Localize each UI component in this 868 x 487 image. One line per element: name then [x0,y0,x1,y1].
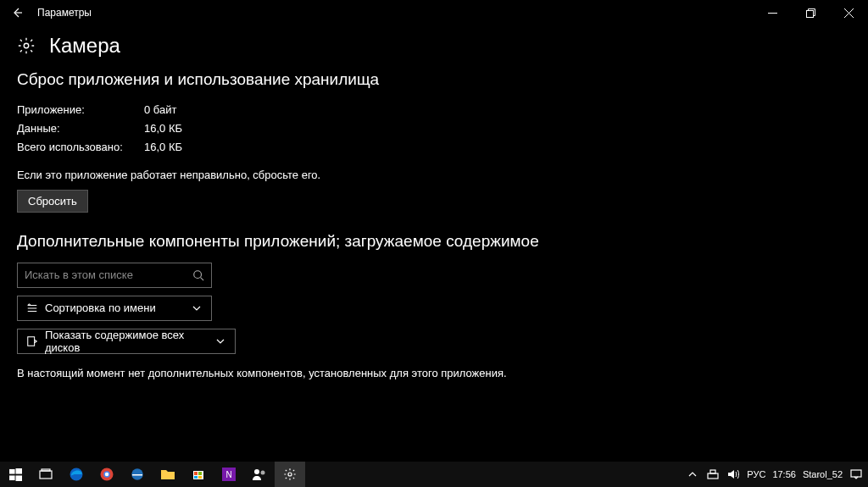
taskbar-store[interactable] [183,462,214,487]
store-icon [192,468,205,481]
svg-point-1 [24,43,29,48]
onenote-icon: N [222,468,236,481]
svg-rect-0 [807,10,814,17]
clock[interactable]: 17:56 [772,469,796,479]
storage-table: Приложение: 0 байт Данные: 16,0 КБ Всего… [17,101,851,157]
tray-chevron[interactable] [686,468,699,481]
addons-empty-text: В настоящий момент нет дополнительных ко… [17,366,851,381]
svg-text:N: N [225,470,231,479]
ethernet-icon [707,469,719,479]
reset-section-heading: Сброс приложения и использование хранили… [17,69,851,91]
sort-icon [25,302,40,314]
minimize-button[interactable] [754,0,792,25]
edge-icon [69,467,84,482]
storage-row-value: 0 байт [144,101,176,119]
windows-icon [9,468,22,481]
svg-rect-19 [198,476,202,479]
taskbar-settings[interactable] [275,462,305,487]
chrome-icon [99,467,114,482]
gear-icon [283,468,297,481]
svg-rect-9 [42,469,50,471]
ie-icon [130,467,145,482]
reset-button[interactable]: Сбросить [17,190,88,213]
svg-rect-27 [851,470,861,477]
sort-dropdown-label: Сортировка по имени [45,302,189,314]
svg-rect-26 [710,470,715,473]
start-button[interactable] [0,462,31,487]
window-title: Параметры [34,7,92,19]
storage-row-label: Всего использовано: [17,138,144,157]
close-button[interactable] [830,0,868,25]
notification-icon [850,469,862,479]
chevron-down-icon [213,336,228,346]
content: Сброс приложения и использование хранили… [0,69,868,381]
svg-point-24 [288,473,292,476]
storage-row-app: Приложение: 0 байт [17,101,851,119]
svg-rect-4 [9,468,15,473]
drive-dropdown-label: Показать содержимое всех дисков [45,329,213,354]
svg-point-23 [261,471,265,475]
svg-rect-18 [194,476,198,479]
arrow-left-icon [10,6,24,19]
input-language[interactable]: РУС [747,469,765,479]
gear-icon [17,36,36,55]
svg-rect-17 [198,472,202,475]
storage-row-label: Приложение: [17,101,144,119]
people-icon [252,468,267,481]
addons-section-heading: Дополнительные компоненты приложений; за… [17,231,851,252]
taskbar-right: РУС 17:56 Starol_52 [686,462,868,487]
storage-row-data: Данные: 16,0 КБ [17,119,851,138]
volume-icon[interactable] [726,468,740,481]
taskbar-people[interactable] [244,462,275,487]
svg-rect-6 [9,475,15,480]
taskview-icon [39,468,53,480]
taskview-button[interactable] [31,462,61,487]
restore-button[interactable] [792,0,830,25]
reset-helper-text: Если это приложение работает неправильно… [17,169,851,181]
addons-section: Дополнительные компоненты приложений; за… [17,231,851,381]
svg-point-22 [254,469,259,474]
window-controls [754,0,868,25]
minimize-icon [768,8,777,18]
taskbar-explorer[interactable] [153,462,183,487]
user-label[interactable]: Starol_52 [803,469,843,479]
page-title: Камера [49,34,120,58]
svg-rect-8 [40,471,52,479]
taskbar-edge[interactable] [61,462,92,487]
storage-row-value: 16,0 КБ [144,138,182,157]
chevron-up-icon [688,470,697,479]
addons-search-input[interactable] [18,268,186,281]
storage-row-value: 16,0 КБ [144,119,182,138]
svg-rect-16 [194,472,198,475]
back-button[interactable] [0,0,34,25]
speaker-icon [727,469,739,479]
close-icon [844,8,854,18]
taskbar-onenote[interactable]: N [214,462,244,487]
taskbar-ie[interactable] [122,462,153,487]
taskbar-left: N [0,462,305,487]
restore-icon [806,8,815,18]
storage-row-total: Всего использовано: 16,0 КБ [17,138,851,157]
svg-point-13 [105,473,109,477]
taskbar-chrome[interactable] [92,462,122,487]
svg-point-2 [194,270,202,278]
chevron-down-icon [189,303,204,313]
titlebar: Параметры [0,0,868,25]
storage-row-label: Данные: [17,119,144,138]
addons-search[interactable] [17,263,212,288]
sort-dropdown[interactable]: Сортировка по имени [17,296,212,321]
search-icon [186,269,211,281]
action-center[interactable] [849,468,863,481]
taskbar: N РУС 17:56 Starol_52 [0,462,868,487]
drive-icon [25,335,40,347]
svg-rect-25 [708,473,718,479]
network-icon[interactable] [706,468,720,481]
drive-dropdown[interactable]: Показать содержимое всех дисков [17,329,236,354]
svg-rect-7 [15,475,22,481]
page-header: Камера [0,25,868,69]
svg-rect-3 [28,336,35,346]
folder-icon [160,468,175,481]
svg-rect-5 [15,468,22,474]
